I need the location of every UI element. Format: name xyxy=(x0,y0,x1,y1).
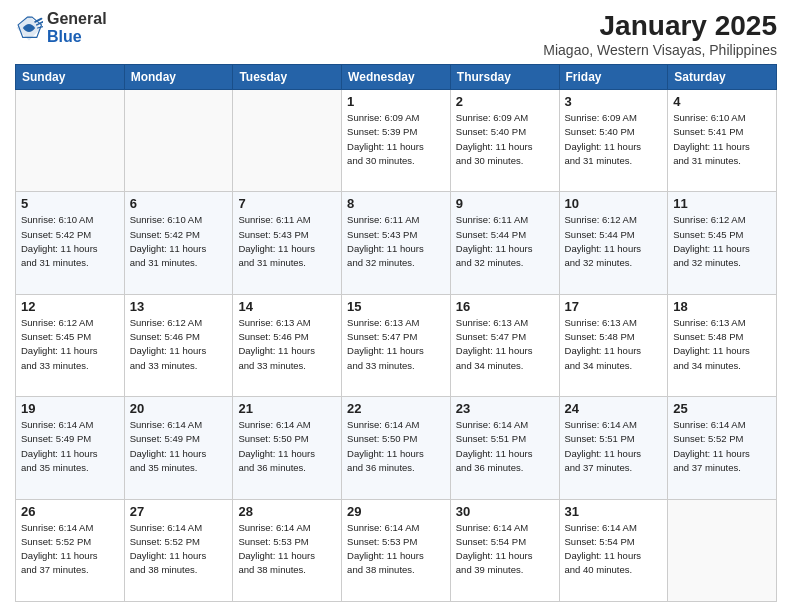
day-number: 16 xyxy=(456,299,554,314)
table-row: 20Sunrise: 6:14 AM Sunset: 5:49 PM Dayli… xyxy=(124,397,233,499)
table-row: 3Sunrise: 6:09 AM Sunset: 5:40 PM Daylig… xyxy=(559,90,668,192)
day-number: 4 xyxy=(673,94,771,109)
page: General Blue January 2025 Miagao, Wester… xyxy=(0,0,792,612)
day-info: Sunrise: 6:13 AM Sunset: 5:48 PM Dayligh… xyxy=(673,316,771,373)
table-row xyxy=(668,499,777,601)
day-info: Sunrise: 6:12 AM Sunset: 5:46 PM Dayligh… xyxy=(130,316,228,373)
day-number: 19 xyxy=(21,401,119,416)
day-info: Sunrise: 6:14 AM Sunset: 5:51 PM Dayligh… xyxy=(456,418,554,475)
table-row: 26Sunrise: 6:14 AM Sunset: 5:52 PM Dayli… xyxy=(16,499,125,601)
header-wednesday: Wednesday xyxy=(342,65,451,90)
day-number: 18 xyxy=(673,299,771,314)
day-info: Sunrise: 6:11 AM Sunset: 5:43 PM Dayligh… xyxy=(238,213,336,270)
table-row: 16Sunrise: 6:13 AM Sunset: 5:47 PM Dayli… xyxy=(450,294,559,396)
day-info: Sunrise: 6:12 AM Sunset: 5:45 PM Dayligh… xyxy=(673,213,771,270)
table-row: 27Sunrise: 6:14 AM Sunset: 5:52 PM Dayli… xyxy=(124,499,233,601)
table-row: 15Sunrise: 6:13 AM Sunset: 5:47 PM Dayli… xyxy=(342,294,451,396)
day-info: Sunrise: 6:14 AM Sunset: 5:52 PM Dayligh… xyxy=(673,418,771,475)
header: General Blue January 2025 Miagao, Wester… xyxy=(15,10,777,58)
day-number: 31 xyxy=(565,504,663,519)
table-row: 6Sunrise: 6:10 AM Sunset: 5:42 PM Daylig… xyxy=(124,192,233,294)
day-info: Sunrise: 6:12 AM Sunset: 5:45 PM Dayligh… xyxy=(21,316,119,373)
day-number: 11 xyxy=(673,196,771,211)
main-title: January 2025 xyxy=(543,10,777,42)
day-number: 8 xyxy=(347,196,445,211)
calendar-table: Sunday Monday Tuesday Wednesday Thursday… xyxy=(15,64,777,602)
logo-text: General Blue xyxy=(47,10,107,45)
logo: General Blue xyxy=(15,10,107,45)
title-block: January 2025 Miagao, Western Visayas, Ph… xyxy=(543,10,777,58)
table-row: 22Sunrise: 6:14 AM Sunset: 5:50 PM Dayli… xyxy=(342,397,451,499)
day-info: Sunrise: 6:14 AM Sunset: 5:50 PM Dayligh… xyxy=(238,418,336,475)
day-number: 6 xyxy=(130,196,228,211)
day-info: Sunrise: 6:09 AM Sunset: 5:39 PM Dayligh… xyxy=(347,111,445,168)
day-info: Sunrise: 6:13 AM Sunset: 5:48 PM Dayligh… xyxy=(565,316,663,373)
logo-general-text: General xyxy=(47,10,107,28)
day-number: 1 xyxy=(347,94,445,109)
table-row: 12Sunrise: 6:12 AM Sunset: 5:45 PM Dayli… xyxy=(16,294,125,396)
table-row: 31Sunrise: 6:14 AM Sunset: 5:54 PM Dayli… xyxy=(559,499,668,601)
day-number: 26 xyxy=(21,504,119,519)
table-row: 24Sunrise: 6:14 AM Sunset: 5:51 PM Dayli… xyxy=(559,397,668,499)
table-row: 25Sunrise: 6:14 AM Sunset: 5:52 PM Dayli… xyxy=(668,397,777,499)
logo-blue-text: Blue xyxy=(47,28,107,46)
header-saturday: Saturday xyxy=(668,65,777,90)
day-number: 3 xyxy=(565,94,663,109)
day-number: 29 xyxy=(347,504,445,519)
subtitle: Miagao, Western Visayas, Philippines xyxy=(543,42,777,58)
day-number: 12 xyxy=(21,299,119,314)
calendar-week-5: 26Sunrise: 6:14 AM Sunset: 5:52 PM Dayli… xyxy=(16,499,777,601)
day-info: Sunrise: 6:14 AM Sunset: 5:52 PM Dayligh… xyxy=(21,521,119,578)
day-info: Sunrise: 6:10 AM Sunset: 5:42 PM Dayligh… xyxy=(130,213,228,270)
day-number: 21 xyxy=(238,401,336,416)
header-friday: Friday xyxy=(559,65,668,90)
day-info: Sunrise: 6:14 AM Sunset: 5:54 PM Dayligh… xyxy=(456,521,554,578)
day-info: Sunrise: 6:11 AM Sunset: 5:44 PM Dayligh… xyxy=(456,213,554,270)
calendar-week-3: 12Sunrise: 6:12 AM Sunset: 5:45 PM Dayli… xyxy=(16,294,777,396)
day-number: 2 xyxy=(456,94,554,109)
header-sunday: Sunday xyxy=(16,65,125,90)
day-info: Sunrise: 6:13 AM Sunset: 5:47 PM Dayligh… xyxy=(456,316,554,373)
table-row xyxy=(16,90,125,192)
day-number: 25 xyxy=(673,401,771,416)
day-info: Sunrise: 6:10 AM Sunset: 5:41 PM Dayligh… xyxy=(673,111,771,168)
day-number: 15 xyxy=(347,299,445,314)
day-number: 7 xyxy=(238,196,336,211)
table-row: 1Sunrise: 6:09 AM Sunset: 5:39 PM Daylig… xyxy=(342,90,451,192)
day-number: 22 xyxy=(347,401,445,416)
calendar-week-2: 5Sunrise: 6:10 AM Sunset: 5:42 PM Daylig… xyxy=(16,192,777,294)
table-row: 29Sunrise: 6:14 AM Sunset: 5:53 PM Dayli… xyxy=(342,499,451,601)
table-row: 21Sunrise: 6:14 AM Sunset: 5:50 PM Dayli… xyxy=(233,397,342,499)
day-info: Sunrise: 6:14 AM Sunset: 5:49 PM Dayligh… xyxy=(21,418,119,475)
day-info: Sunrise: 6:14 AM Sunset: 5:53 PM Dayligh… xyxy=(347,521,445,578)
day-info: Sunrise: 6:14 AM Sunset: 5:52 PM Dayligh… xyxy=(130,521,228,578)
table-row: 19Sunrise: 6:14 AM Sunset: 5:49 PM Dayli… xyxy=(16,397,125,499)
day-info: Sunrise: 6:14 AM Sunset: 5:50 PM Dayligh… xyxy=(347,418,445,475)
day-info: Sunrise: 6:14 AM Sunset: 5:53 PM Dayligh… xyxy=(238,521,336,578)
header-tuesday: Tuesday xyxy=(233,65,342,90)
table-row: 28Sunrise: 6:14 AM Sunset: 5:53 PM Dayli… xyxy=(233,499,342,601)
day-info: Sunrise: 6:12 AM Sunset: 5:44 PM Dayligh… xyxy=(565,213,663,270)
table-row: 23Sunrise: 6:14 AM Sunset: 5:51 PM Dayli… xyxy=(450,397,559,499)
table-row: 10Sunrise: 6:12 AM Sunset: 5:44 PM Dayli… xyxy=(559,192,668,294)
header-monday: Monday xyxy=(124,65,233,90)
calendar-header-row: Sunday Monday Tuesday Wednesday Thursday… xyxy=(16,65,777,90)
table-row: 5Sunrise: 6:10 AM Sunset: 5:42 PM Daylig… xyxy=(16,192,125,294)
day-number: 10 xyxy=(565,196,663,211)
day-info: Sunrise: 6:09 AM Sunset: 5:40 PM Dayligh… xyxy=(565,111,663,168)
day-info: Sunrise: 6:13 AM Sunset: 5:47 PM Dayligh… xyxy=(347,316,445,373)
day-info: Sunrise: 6:14 AM Sunset: 5:49 PM Dayligh… xyxy=(130,418,228,475)
table-row: 4Sunrise: 6:10 AM Sunset: 5:41 PM Daylig… xyxy=(668,90,777,192)
day-number: 17 xyxy=(565,299,663,314)
day-info: Sunrise: 6:11 AM Sunset: 5:43 PM Dayligh… xyxy=(347,213,445,270)
day-number: 27 xyxy=(130,504,228,519)
table-row: 7Sunrise: 6:11 AM Sunset: 5:43 PM Daylig… xyxy=(233,192,342,294)
day-info: Sunrise: 6:10 AM Sunset: 5:42 PM Dayligh… xyxy=(21,213,119,270)
day-info: Sunrise: 6:09 AM Sunset: 5:40 PM Dayligh… xyxy=(456,111,554,168)
day-info: Sunrise: 6:14 AM Sunset: 5:51 PM Dayligh… xyxy=(565,418,663,475)
table-row: 11Sunrise: 6:12 AM Sunset: 5:45 PM Dayli… xyxy=(668,192,777,294)
calendar-week-4: 19Sunrise: 6:14 AM Sunset: 5:49 PM Dayli… xyxy=(16,397,777,499)
table-row xyxy=(233,90,342,192)
day-number: 30 xyxy=(456,504,554,519)
logo-icon xyxy=(15,14,43,42)
